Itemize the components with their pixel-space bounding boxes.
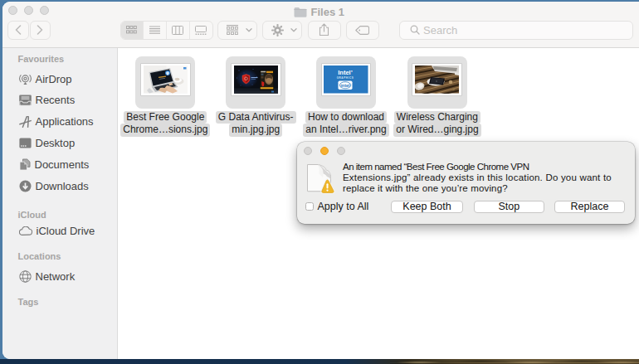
svg-text:GRAPHICS: GRAPHICS: [337, 76, 354, 80]
svg-text:intel: intel: [341, 83, 351, 88]
svg-text:Intel’: Intel’: [339, 69, 354, 76]
